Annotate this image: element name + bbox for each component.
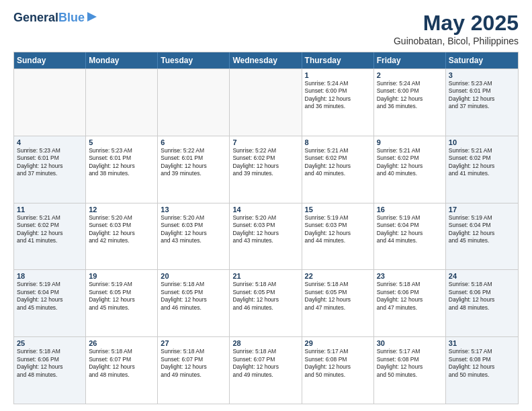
calendar-cell: 17Sunrise: 5:19 AM Sunset: 6:04 PM Dayli… (446, 203, 518, 270)
day-number: 30 (377, 339, 443, 347)
day-number: 6 (161, 138, 226, 146)
day-number: 1 (305, 71, 371, 79)
calendar-header-cell: Monday (86, 52, 158, 68)
day-number: 29 (305, 339, 371, 347)
day-info: Sunrise: 5:19 AM Sunset: 6:04 PM Dayligh… (377, 214, 443, 245)
day-number: 15 (305, 205, 371, 214)
calendar-cell: 2Sunrise: 5:24 AM Sunset: 6:00 PM Daylig… (374, 69, 446, 136)
calendar-header: SundayMondayTuesdayWednesdayThursdayFrid… (14, 52, 518, 68)
day-info: Sunrise: 5:18 AM Sunset: 6:06 PM Dayligh… (449, 281, 515, 312)
calendar-cell: 3Sunrise: 5:23 AM Sunset: 6:01 PM Daylig… (446, 69, 518, 136)
calendar-cell: 6Sunrise: 5:22 AM Sunset: 6:01 PM Daylig… (158, 136, 230, 203)
day-number: 26 (89, 339, 154, 347)
day-info: Sunrise: 5:21 AM Sunset: 6:02 PM Dayligh… (449, 147, 515, 178)
calendar-week: 1Sunrise: 5:24 AM Sunset: 6:00 PM Daylig… (14, 68, 518, 136)
day-info: Sunrise: 5:20 AM Sunset: 6:03 PM Dayligh… (232, 214, 298, 245)
calendar-week: 4Sunrise: 5:23 AM Sunset: 6:01 PM Daylig… (14, 136, 518, 203)
day-number: 12 (89, 205, 154, 214)
day-number: 13 (161, 205, 226, 214)
day-info: Sunrise: 5:17 AM Sunset: 6:08 PM Dayligh… (377, 348, 443, 379)
calendar: SundayMondayTuesdayWednesdayThursdayFrid… (13, 52, 519, 404)
day-number: 5 (89, 138, 154, 146)
day-number: 31 (449, 339, 515, 347)
day-number: 18 (17, 272, 83, 280)
day-number: 4 (17, 138, 83, 146)
calendar-cell (230, 69, 302, 136)
day-info: Sunrise: 5:19 AM Sunset: 6:04 PM Dayligh… (17, 281, 83, 312)
calendar-header-cell: Saturday (446, 52, 518, 68)
calendar-cell: 12Sunrise: 5:20 AM Sunset: 6:03 PM Dayli… (86, 203, 158, 270)
day-number: 24 (449, 272, 515, 280)
day-number: 14 (232, 205, 298, 214)
calendar-cell: 8Sunrise: 5:21 AM Sunset: 6:02 PM Daylig… (302, 136, 374, 203)
calendar-cell (14, 69, 86, 136)
day-info: Sunrise: 5:17 AM Sunset: 6:08 PM Dayligh… (449, 348, 515, 379)
calendar-week: 25Sunrise: 5:18 AM Sunset: 6:06 PM Dayli… (14, 336, 518, 404)
calendar-header-cell: Thursday (302, 52, 374, 68)
calendar-cell: 25Sunrise: 5:18 AM Sunset: 6:06 PM Dayli… (14, 337, 86, 404)
day-info: Sunrise: 5:24 AM Sunset: 6:00 PM Dayligh… (305, 80, 371, 111)
day-number: 21 (232, 272, 298, 280)
calendar-cell: 30Sunrise: 5:17 AM Sunset: 6:08 PM Dayli… (374, 337, 446, 404)
day-number: 8 (305, 138, 371, 146)
logo-text: GeneralBlue (13, 11, 85, 25)
calendar-cell: 28Sunrise: 5:18 AM Sunset: 6:07 PM Dayli… (230, 337, 302, 404)
calendar-cell: 27Sunrise: 5:18 AM Sunset: 6:07 PM Dayli… (158, 337, 230, 404)
day-info: Sunrise: 5:19 AM Sunset: 6:04 PM Dayligh… (449, 214, 515, 245)
calendar-cell: 21Sunrise: 5:18 AM Sunset: 6:05 PM Dayli… (230, 270, 302, 336)
location: Guinobatan, Bicol, Philippines (394, 36, 519, 46)
month-title: May 2025 (394, 11, 519, 36)
header: GeneralBlue May 2025 Guinobatan, Bicol, … (13, 11, 519, 46)
calendar-cell: 1Sunrise: 5:24 AM Sunset: 6:00 PM Daylig… (302, 69, 374, 136)
calendar-cell: 26Sunrise: 5:18 AM Sunset: 6:07 PM Dayli… (86, 337, 158, 404)
logo-arrow-icon (86, 11, 98, 23)
day-info: Sunrise: 5:20 AM Sunset: 6:03 PM Dayligh… (89, 214, 154, 245)
calendar-header-cell: Wednesday (230, 52, 302, 68)
calendar-cell: 16Sunrise: 5:19 AM Sunset: 6:04 PM Dayli… (374, 203, 446, 270)
day-info: Sunrise: 5:18 AM Sunset: 6:06 PM Dayligh… (377, 281, 443, 312)
day-info: Sunrise: 5:21 AM Sunset: 6:02 PM Dayligh… (377, 147, 443, 178)
calendar-cell: 10Sunrise: 5:21 AM Sunset: 6:02 PM Dayli… (446, 136, 518, 203)
day-info: Sunrise: 5:18 AM Sunset: 6:05 PM Dayligh… (232, 281, 298, 312)
calendar-cell: 15Sunrise: 5:19 AM Sunset: 6:03 PM Dayli… (302, 203, 374, 270)
calendar-body: 1Sunrise: 5:24 AM Sunset: 6:00 PM Daylig… (14, 68, 518, 404)
day-number: 10 (449, 138, 515, 146)
day-number: 3 (449, 71, 515, 79)
day-info: Sunrise: 5:22 AM Sunset: 6:02 PM Dayligh… (232, 147, 298, 178)
day-info: Sunrise: 5:24 AM Sunset: 6:00 PM Dayligh… (377, 80, 443, 111)
calendar-cell: 4Sunrise: 5:23 AM Sunset: 6:01 PM Daylig… (14, 136, 86, 203)
calendar-cell: 14Sunrise: 5:20 AM Sunset: 6:03 PM Dayli… (230, 203, 302, 270)
title-block: May 2025 Guinobatan, Bicol, Philippines (394, 11, 519, 46)
calendar-cell: 29Sunrise: 5:17 AM Sunset: 6:08 PM Dayli… (302, 337, 374, 404)
day-info: Sunrise: 5:18 AM Sunset: 6:06 PM Dayligh… (17, 348, 83, 379)
calendar-cell: 23Sunrise: 5:18 AM Sunset: 6:06 PM Dayli… (374, 270, 446, 336)
calendar-cell: 13Sunrise: 5:20 AM Sunset: 6:03 PM Dayli… (158, 203, 230, 270)
day-number: 27 (161, 339, 226, 347)
day-number: 11 (17, 205, 83, 214)
day-info: Sunrise: 5:18 AM Sunset: 6:07 PM Dayligh… (161, 348, 226, 379)
day-info: Sunrise: 5:23 AM Sunset: 6:01 PM Dayligh… (89, 147, 154, 178)
svg-marker-0 (87, 12, 97, 21)
day-info: Sunrise: 5:23 AM Sunset: 6:01 PM Dayligh… (17, 147, 83, 178)
day-number: 2 (377, 71, 443, 79)
calendar-header-cell: Friday (374, 52, 446, 68)
day-number: 23 (377, 272, 443, 280)
day-info: Sunrise: 5:18 AM Sunset: 6:05 PM Dayligh… (161, 281, 226, 312)
calendar-cell: 18Sunrise: 5:19 AM Sunset: 6:04 PM Dayli… (14, 270, 86, 336)
day-info: Sunrise: 5:19 AM Sunset: 6:03 PM Dayligh… (305, 214, 371, 245)
day-info: Sunrise: 5:19 AM Sunset: 6:05 PM Dayligh… (89, 281, 154, 312)
calendar-week: 11Sunrise: 5:21 AM Sunset: 6:02 PM Dayli… (14, 203, 518, 270)
day-info: Sunrise: 5:21 AM Sunset: 6:02 PM Dayligh… (17, 214, 83, 245)
calendar-header-cell: Sunday (14, 52, 86, 68)
calendar-week: 18Sunrise: 5:19 AM Sunset: 6:04 PM Dayli… (14, 269, 518, 336)
calendar-cell: 9Sunrise: 5:21 AM Sunset: 6:02 PM Daylig… (374, 136, 446, 203)
day-number: 28 (232, 339, 298, 347)
day-number: 19 (89, 272, 154, 280)
day-number: 7 (232, 138, 298, 146)
day-info: Sunrise: 5:18 AM Sunset: 6:05 PM Dayligh… (305, 281, 371, 312)
day-info: Sunrise: 5:22 AM Sunset: 6:01 PM Dayligh… (161, 147, 226, 178)
calendar-cell: 11Sunrise: 5:21 AM Sunset: 6:02 PM Dayli… (14, 203, 86, 270)
day-info: Sunrise: 5:23 AM Sunset: 6:01 PM Dayligh… (449, 80, 515, 111)
day-info: Sunrise: 5:21 AM Sunset: 6:02 PM Dayligh… (305, 147, 371, 178)
calendar-header-cell: Tuesday (158, 52, 230, 68)
